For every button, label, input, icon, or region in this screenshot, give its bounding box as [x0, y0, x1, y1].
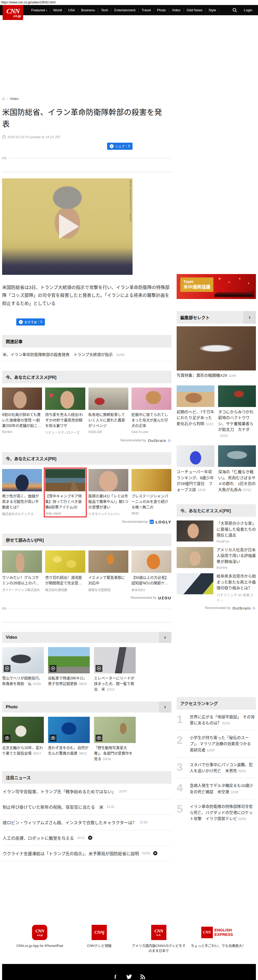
select-card[interactable]: 深海の「仁義なき戦い」、死肉むさぼるサメの群れ 1匹を別の大魚が丸呑み07/12 — [218, 445, 256, 493]
sidebar-pr-card[interactable]: アメリカ人社長が日本人採用で用いる評価基準が興味深い BizHint — [177, 547, 256, 570]
rss-icon[interactable] — [140, 974, 146, 980]
pr-card[interactable]: プレステージシャンパーニュのみを造り続ける唯一無二の MHD — [131, 469, 171, 516]
pr-card[interactable]: イエメンで緊急事態に対応中 国境なき医師団 — [89, 550, 128, 592]
nav-world[interactable]: World — [51, 7, 65, 13]
news-title: 故ロビン・ウィリアムズさん娘、インスタで合致したキャラクターは？ — [3, 819, 136, 826]
photo-card[interactable]: 思わず息をのむ、自然が生んだ驚異の風景08/12 — [48, 717, 90, 762]
ranking-title-text: 小学生が持ち寄った「秘伝のスープ」、マラリア治療の効果見つかる 英研究者 — [190, 735, 255, 752]
news-link[interactable]: ウクライナ支援凍結は「トランプ氏の指示」、米予算局が国防総省に説明 01/03 — [2, 846, 171, 861]
select-feature-title: 写真特集：異形の戦闘機X29 — [177, 373, 227, 377]
nav-odd-news[interactable]: Odd News — [184, 7, 206, 13]
cnn-logo[interactable]: CNN .co.jp — [3, 5, 23, 20]
nav-travel[interactable]: Travel — [139, 7, 154, 13]
news-time: 10:57 — [119, 789, 127, 793]
pr-card[interactable]: 8割の社員が辞めても貫いた後継者の覚悟 ～創業200年の老舗が起こ… BizHi… — [2, 388, 42, 434]
ranking-title: 急病人発生でデルタ機戻るも10歳少女の死亡確認 米空港 12/28 — [190, 783, 256, 795]
video-player[interactable]: MEHDI GHASEMI/AFP/GETTY IMAGES — [2, 178, 133, 275]
nav-usa[interactable]: USA — [65, 7, 78, 13]
topic-title: 米中通商協議 — [184, 284, 210, 290]
nav-video[interactable]: Video — [169, 7, 184, 13]
nav-featured[interactable]: Featured▾ — [28, 7, 51, 13]
chevron-right-icon[interactable]: › — [243, 311, 256, 324]
search-icon[interactable] — [233, 8, 237, 12]
news-link[interactable]: イラン司令官殺害、トランプ氏「戦争始めるためではない」 10:57 — [2, 784, 171, 799]
sidebar-pr-card[interactable]: 「大草原の小さな家」に登場した役者たちの現在と過去 PostFun — [177, 520, 256, 543]
facebook-share-button[interactable]: f シェア 5 — [107, 143, 133, 150]
site-footer: f Home Featured World USA Business Tech … — [2, 964, 256, 980]
nav-photo[interactable]: Photo — [154, 7, 169, 13]
photo-card-caption: 思わず息をのむ、自然が生んだ驚異の風景08/12 — [48, 745, 90, 756]
home-icon[interactable]: ⌂ — [2, 96, 5, 101]
breadcrumb-video-link[interactable]: Video — [10, 97, 18, 101]
chevron-right-icon[interactable]: › — [159, 632, 171, 643]
pr-card[interactable]: 持ち家を売る人続出!わずか45秒で最高売却額を知る裏ワザ リビン・テクノロジーズ — [45, 388, 85, 434]
pr3-cards: ウソみたい！グルコサミンの26倍以上のパ… ダイドードリンコ株式会社 売り切れ続… — [2, 550, 171, 592]
nav-entertainment[interactable]: Entertainment — [111, 7, 139, 13]
facebook-like-button[interactable]: f おすすめ 5 — [16, 318, 45, 326]
pr-card-highlighted[interactable]: 【雪中キャンプギア特集】持って行くべき装備&防寒アイテム10 Jeep Japa… — [45, 469, 85, 516]
pr-card[interactable]: 【50歳以上の方必見】認知度NO1の関節ケ… あゆみEX — [131, 550, 171, 592]
ranking-item[interactable]: 5 イラン革命防衛隊の特殊部隊司令官ら死亡、バグダッドの空港にロケット攻撃 イラ… — [177, 799, 256, 826]
video-card-caption: 雪山でヘリが超絶技巧、負傷者を救助 仏01/10 — [2, 676, 44, 687]
chevron-right-icon: › — [7, 97, 8, 100]
outbrain-attribution[interactable]: Recommended by Outbrain |▷ — [2, 438, 171, 443]
ranking-item[interactable]: 3 スタバで仕事中にパソコン盗難、犯人を追いかけ死亡 米男性 01/02 — [177, 757, 256, 778]
pr-card[interactable]: 売り切れ続出！湖池屋が期間限定で完全受… 株式会社湖池屋 — [45, 550, 85, 592]
photo-section-link[interactable]: Photo — [6, 705, 17, 709]
facebook-icon[interactable]: f — [112, 974, 119, 980]
login-link[interactable]: Login — [244, 8, 252, 12]
video-card[interactable]: 雪山でヘリが超絶技巧、負傷者を救助 仏01/10 — [2, 647, 44, 692]
caret-down-icon: ▾ — [46, 9, 47, 12]
photo-card[interactable]: 「野生動物写真家大賞」、各部門の受賞作を見る10/18 — [94, 717, 136, 762]
news-link[interactable]: 人工の皮膚、ロボットに触覚を与える 10:11 — [2, 830, 171, 846]
sidebar-pr-card[interactable]: 岐阜県多治見市から始まった新たな再エネ循環の取り組みとは？ パナソニック on … — [177, 573, 256, 602]
ranking-title: 世界に広がる「地球平面説」 その背景にあるものは？ 01/01 — [190, 714, 256, 726]
logly-attribution[interactable]: Recommended by Lo LOGLY — [2, 520, 171, 524]
pr-card[interactable]: 私有地に無断駐車していく人々に疲れた農家がリベンジ SOOLIDE — [89, 388, 128, 434]
app-promo-english-express[interactable]: CNN ENGLISH EXPRESS ちょっと手ごわい、でも効果絶大！ — [190, 925, 247, 948]
play-icon — [95, 665, 102, 672]
uzou-attribution[interactable]: Recommended by UZOU — [2, 596, 171, 600]
pr-card-source: Jeep Japan — [45, 512, 85, 515]
pr-card[interactable]: 妊娠中に捨てられてしまった母犬が産んだ仔犬の正体 Give It Love — [131, 388, 171, 434]
ranking-item[interactable]: 2 小学生が持ち寄った「秘伝のスープ」、マラリア治療の効果見つかる 英研究者 1… — [177, 730, 256, 757]
nav-style[interactable]: Style — [206, 7, 219, 13]
video-card[interactable]: 自転車で時速280キロ、男子世界記録更新08/20 — [48, 647, 90, 692]
select-card-title: タコにからみつかれ窮地のハクトウワシ、サケ養殖業者らが助太刀 カナダ — [218, 410, 253, 432]
select-card-caption: ユーチューバー年収ランキング、8歳少年が28億円で首位 フォーブス誌12/20 — [177, 469, 214, 493]
pr-card-image — [2, 469, 42, 491]
outbrain-attribution[interactable]: Recommended by Outbrain |▷ — [177, 606, 256, 610]
pr-card-source: ダイドードリンコ株式会社 — [2, 587, 42, 592]
video-card-image — [48, 647, 90, 673]
app-promo-cnnj[interactable]: CNNj CNNテレビ視聴 — [71, 925, 128, 948]
clock-icon — [2, 135, 6, 139]
pr-card-title: 【50歳以上の方必見】認知度NO1の関節ケ… — [131, 575, 171, 586]
like-row: f おすすめ 5 — [16, 318, 171, 326]
ranking-item[interactable]: 4 急病人発生でデルタ機戻るも10歳少女の死亡確認 米空港 12/28 — [177, 778, 256, 799]
select-card[interactable]: タコにからみつかれ窮地のハクトウワシ、サケ養殖業者らが助太刀 カナダ12/13 — [218, 385, 256, 439]
video-card[interactable]: エレベーターにリードが挟まった犬、間一髪で救出 米12/12 — [94, 647, 136, 692]
topic-banner[interactable]: ★ ★ ★ ★ Topic 米中通商協議 — [177, 274, 256, 299]
select-card[interactable]: ユーチューバー年収ランキング、8歳少年が28億円で首位 フォーブス誌12/20 — [177, 445, 214, 493]
select-feature-card[interactable]: 写真特集：異形の戦闘機X2911/04 — [177, 326, 256, 379]
chevron-right-icon[interactable]: › — [159, 702, 171, 713]
pr-card[interactable]: 希少性が高く、価値が高まる可能性が高い不動産とは？ 株式会社ボルテックス — [2, 469, 42, 516]
related-article-link[interactable]: 米、イラン革命防衛隊幹部の殺害発表 トランプ大統領が指示 01/03 — [2, 348, 171, 361]
play-icon — [59, 214, 79, 239]
like-label: おすすめ — [24, 320, 37, 324]
pr-card[interactable]: 医師の妻(41)「シミは市販品で簡単やん!」朝1つの習慣が凄い リタマインドジャ… — [89, 469, 128, 516]
share-row: f シェア 5 — [2, 143, 133, 150]
pr-card[interactable]: ウソみたい！グルコサミンの26倍以上のパ… ダイドードリンコ株式会社 — [2, 550, 42, 592]
app-promo-cnnus[interactable]: CNN U.S. アメリカ国内版CNN/USテレビをそのまま日本で — [130, 925, 187, 953]
video-section-link[interactable]: Video — [6, 635, 17, 640]
select-card[interactable]: 初期のヘビ、7千万年にわたり足があった 新化石から判明11/21 — [177, 385, 214, 439]
app-promo-cnncojp[interactable]: CNN .co.jp CNN.co.jp App for iPhone/iPad — [11, 925, 68, 948]
page-title: 米国防総省、イラン革命防衛隊幹部の殺害を発表 — [2, 107, 168, 130]
nav-tech[interactable]: Tech — [98, 7, 111, 13]
ranking-item[interactable]: 1 世界に広がる「地球平面説」 その背景にあるものは？ 01/01 — [177, 710, 256, 731]
news-link[interactable]: 故ロビン・ウィリアムズさん娘、インスタで合致したキャラクターは？ 11:53 — [2, 815, 171, 830]
photo-card[interactable]: 北京五輪から10年、変わり果てた競技会場08/17 — [2, 717, 44, 762]
nav-business[interactable]: Business — [78, 7, 98, 13]
twitter-icon[interactable] — [126, 974, 132, 980]
news-link[interactable]: 制止呼び掛けていた新年の祝砲、保安官に当たる 米 12:41 — [2, 799, 171, 815]
